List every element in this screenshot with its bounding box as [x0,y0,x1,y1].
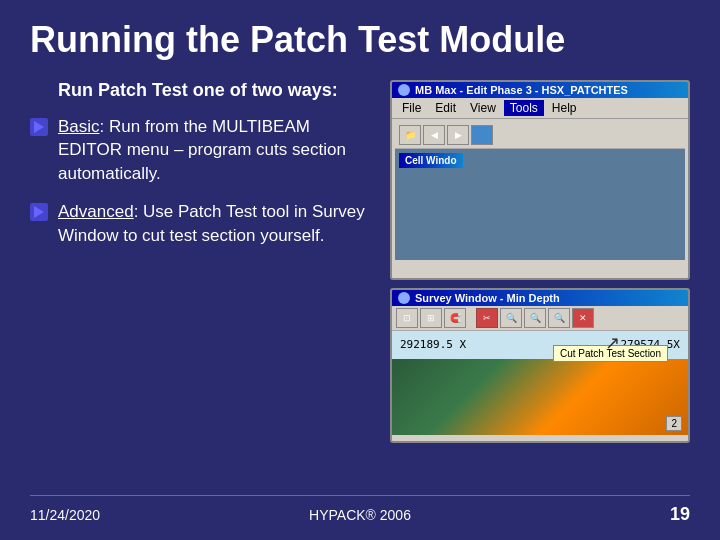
content-area: Run Patch Test one of two ways: Basic: R… [30,80,690,495]
footer-brand: HYPACK® 2006 [250,507,470,523]
survey-toolbar: ⊡ ⊞ 🧲 ✂ 🔍 🔍 🔍 ✕ [392,306,688,331]
mb-max-menubar: File Edit View Tools Help [392,98,688,119]
survey-btn-5[interactable]: 🔍 [500,308,522,328]
cell-window-container: Cell Windo [395,149,685,260]
toolbar-btn-2[interactable]: ◀ [423,125,445,145]
map-page-num: 2 [666,416,682,431]
titlebar-text: MB Max - Edit Phase 3 - HSX_PATCHTES [415,84,628,96]
survey-titlebar: Survey Window - Min Depth [392,290,688,306]
toolbar-btn-3[interactable]: ▶ [447,125,469,145]
advanced-label: Advanced [58,202,134,221]
bullet-item-basic: Basic: Run from the MULTIBEAM EDITOR men… [30,115,370,186]
menu-file[interactable]: File [396,100,427,116]
bullet-item-advanced: Advanced: Use Patch Test tool in Survey … [30,200,370,248]
survey-x-value: 292189.5 X [400,338,466,351]
mb-max-toolbar: 📁 ◀ ▶ [395,122,685,149]
titlebar-icon [398,84,410,96]
run-ways-text: Run Patch Test one of two ways: [30,80,370,101]
survey-btn-4[interactable]: ✂ [476,308,498,328]
footer: 11/24/2020 HYPACK® 2006 19 [30,495,690,525]
slide: Running the Patch Test Module Run Patch … [0,0,720,540]
bullet-text-basic: Basic: Run from the MULTIBEAM EDITOR men… [58,115,370,186]
survey-btn-3[interactable]: 🧲 [444,308,466,328]
menu-view[interactable]: View [464,100,502,116]
survey-content: ⊡ ⊞ 🧲 ✂ 🔍 🔍 🔍 ✕ 292189.5 X 279574.5X [392,306,688,435]
page-number: 19 [670,504,690,524]
cursor-arrow: ↗ [605,332,620,354]
menu-edit[interactable]: Edit [429,100,462,116]
survey-btn-8[interactable]: ✕ [572,308,594,328]
right-panel: MB Max - Edit Phase 3 - HSX_PATCHTES Fil… [390,80,690,495]
mb-max-titlebar: MB Max - Edit Phase 3 - HSX_PATCHTES [392,82,688,98]
menu-tools[interactable]: Tools [504,100,544,116]
survey-btn-7[interactable]: 🔍 [548,308,570,328]
survey-btn-2[interactable]: ⊞ [420,308,442,328]
footer-page: 19 [470,504,690,525]
mb-max-content: 📁 ◀ ▶ Cell Windo [395,122,685,260]
bullet-icon-2 [30,203,48,221]
bullet-icon-1 [30,118,48,136]
survey-btn-6[interactable]: 🔍 [524,308,546,328]
menu-help[interactable]: Help [546,100,583,116]
screenshot-survey: Survey Window - Min Depth ⊡ ⊞ 🧲 ✂ 🔍 🔍 🔍 … [390,288,690,443]
toolbar-btn-1[interactable]: 📁 [399,125,421,145]
footer-date: 11/24/2020 [30,507,250,523]
cell-window-label: Cell Windo [399,153,463,168]
left-panel: Run Patch Test one of two ways: Basic: R… [30,80,370,495]
survey-map-area: 2 [392,359,688,435]
survey-titlebar-icon [398,292,410,304]
survey-btn-1[interactable]: ⊡ [396,308,418,328]
bullet-text-advanced: Advanced: Use Patch Test tool in Survey … [58,200,370,248]
screenshot-mb-max: MB Max - Edit Phase 3 - HSX_PATCHTES Fil… [390,80,690,280]
slide-title: Running the Patch Test Module [30,20,690,60]
basic-label: Basic [58,117,100,136]
toolbar-btn-4[interactable] [471,125,493,145]
survey-titlebar-text: Survey Window - Min Depth [415,292,560,304]
